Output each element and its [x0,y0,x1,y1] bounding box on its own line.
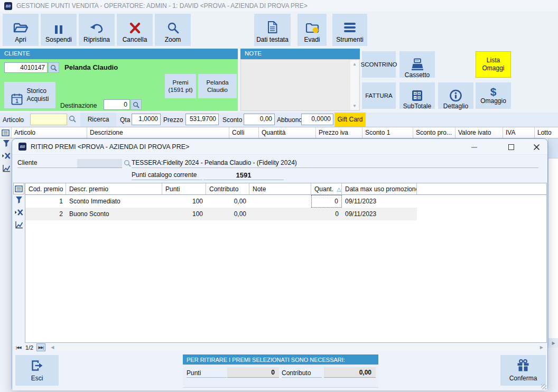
premi-row-2[interactable]: 2 Buono Sconto 100 0,00 0 09/11/2023 [25,208,417,220]
qta-input[interactable]: 1,0000 [132,114,161,125]
clear-filter-icon[interactable] [2,152,11,160]
dialog-grid-sidebar [14,196,24,229]
items-table-menu-button[interactable] [0,127,12,138]
col-quant-label: Quant. [314,185,333,193]
col-quant[interactable]: Quant. △ [311,183,342,195]
dialog-h-scrollbar[interactable]: ◀ ▶ [49,343,545,351]
scroll-right-icon[interactable]: ▶ [540,345,543,350]
cell-cod: 2 [25,208,66,220]
clear-filter-icon[interactable] [15,209,23,216]
resize-grip[interactable] [541,384,546,389]
footer-contributo-value: 0,00 [324,367,376,378]
col-quantita[interactable]: Quantità [259,127,316,138]
sospendi-button[interactable]: Sospendi [41,14,77,46]
cliente-name-button[interactable]: Pelanda Claudio [198,74,237,98]
evadi-button[interactable]: Evadi [297,14,327,46]
col-cod-premio[interactable]: Cod. premio [25,183,66,195]
zoom-button[interactable]: Zoom [155,14,191,46]
col-sconto-1[interactable]: Sconto 1 [362,127,413,138]
note-scrollbar[interactable]: ▲ ▼ [350,60,359,110]
cell-note [249,195,311,208]
omaggio-button[interactable]: $ Omaggio [476,82,511,109]
scontrino-button[interactable]: SCONTRINO [362,51,396,78]
col-lotto[interactable]: Lotto [535,127,558,138]
ripristina-button[interactable]: Ripristina [79,14,115,46]
close-icon [533,144,540,151]
articolo-input[interactable] [30,114,67,125]
articolo-search-icon[interactable] [69,115,76,123]
close-button[interactable] [525,141,548,154]
chart-icon[interactable] [2,164,11,172]
ricerca-button[interactable]: Ricerca [80,113,116,127]
abbuono-input[interactable]: 0,0000 [301,114,333,125]
premi-button[interactable]: Premi (1591 pt) [165,74,196,98]
items-table-header: Articolo Descrizione Colli Quantità Prez… [0,127,558,138]
gift-card-button[interactable]: Gift Card [334,113,366,127]
col-colli[interactable]: Colli [229,127,259,138]
note-area[interactable]: ▲ ▼ [240,59,360,111]
dialog-cliente-search-icon[interactable] [124,160,131,167]
sconto-label: Sconto [222,116,242,124]
prezzo-input[interactable]: 531,9700 [185,114,219,125]
articolo-bar: Articolo Ricerca Qta 1,0000 Prezzo 531,9… [0,113,558,127]
grid-scroll-right-icon[interactable]: ▶ [548,338,558,348]
cancella-button[interactable]: Cancella [117,14,153,46]
footer-punti-label: Punti [187,369,227,378]
dialog-footer: Esci PER RITIRARE I PREMI SELEZIONATI SO… [12,352,547,390]
col-descr-premio[interactable]: Descr. premio [66,183,162,195]
footer-contributo-label: Contributo [282,369,322,378]
cliente-search-button[interactable] [48,62,59,73]
col-valore-ivato[interactable]: Valore ivato [455,127,503,138]
destinazione-input[interactable]: 0 [104,99,130,110]
zoom-label: Zoom [165,36,181,43]
cell-quant-focused[interactable]: 0 [311,195,342,208]
col-note[interactable]: Note [249,183,311,195]
minimize-button[interactable] [462,141,486,154]
gift-icon [516,359,530,372]
last-page-button[interactable]: ▶▶| [36,343,46,351]
conferma-button[interactable]: Conferma [500,355,546,386]
maximize-button[interactable] [499,141,523,154]
destinazione-search-button[interactable] [131,99,142,110]
col-data-max[interactable]: Data max uso promozione [342,183,417,195]
dialog-cliente-input[interactable] [77,159,122,168]
calendar-icon: 1 [11,85,23,105]
col-iva[interactable]: IVA [503,127,535,138]
punti-catalogo-value: 1591 [203,171,284,180]
lista-omaggi-button[interactable]: Lista Omaggi [476,51,511,78]
fattura-button[interactable]: FATTURA [362,82,396,109]
sconto-input[interactable]: 0,00 [244,114,275,125]
storico-acquisti-button[interactable]: 1 Storico Acquisti [4,82,55,108]
cliente-code-input[interactable]: 4010147 [4,62,48,73]
premi-row-1[interactable]: 1 Sconto Immediato 100 0,00 0 09/11/2023 [25,195,417,208]
scroll-down-icon[interactable]: ▼ [352,104,357,108]
dettaglio-button[interactable]: Dettaglio [438,82,473,109]
col-prezzo-iva[interactable]: Prezzo iva [316,127,362,138]
esci-button[interactable]: Esci [15,355,59,386]
chart-icon[interactable] [15,221,23,229]
first-page-button[interactable]: |◀◀ [14,343,23,351]
col-sconto-pro[interactable]: Sconto pro... [413,127,455,138]
subtotale-label: SubTotale [403,102,431,110]
scroll-left-icon[interactable]: ◀ [51,345,54,350]
page-indicator: 1/2 [23,344,36,351]
strumenti-button[interactable]: Strumenti [332,14,367,46]
undo-arrow-icon [89,22,104,34]
cassetto-button[interactable]: Cassetto [399,51,435,78]
dati-testata-button[interactable]: Dati testata [254,14,291,46]
storico-acquisti-label: Storico Acquisti [26,87,49,103]
col-articolo[interactable]: Articolo [12,127,87,138]
dialog-table-menu-button[interactable] [13,183,24,194]
cliente-section-header: CLIENTE [0,49,238,59]
col-punti[interactable]: Punti [162,183,206,195]
scroll-up-icon[interactable]: ▲ [352,62,357,67]
cell-note [249,208,311,220]
filter-icon[interactable] [15,196,23,204]
apri-button[interactable]: Apri [3,14,39,46]
col-contributo[interactable]: Contributo [206,183,249,195]
evadi-label: Evadi [304,36,320,43]
omaggio-label: Omaggio [480,97,506,105]
subtotale-button[interactable]: SubTotale [399,82,435,109]
filter-icon[interactable] [3,139,10,147]
col-descrizione[interactable]: Descrizione [87,127,229,138]
